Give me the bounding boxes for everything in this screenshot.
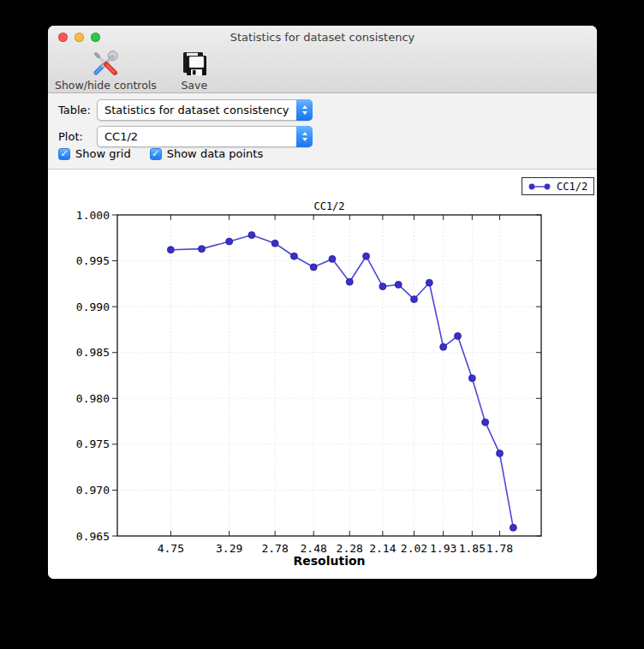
- x-tick-label: 1.93: [430, 542, 456, 555]
- chart-legend: CC1/2: [522, 177, 594, 195]
- desktop-background: Statistics for dataset consistency: [0, 0, 644, 649]
- show-grid-checkbox[interactable]: ✓: [58, 148, 70, 160]
- data-point: [379, 283, 386, 290]
- data-point: [290, 253, 297, 259]
- y-tick-label: 0.995: [76, 254, 110, 267]
- show-data-points-label: Show data points: [167, 147, 264, 160]
- app-window: Statistics for dataset consistency: [48, 26, 597, 579]
- plot-label: Plot:: [58, 130, 97, 143]
- data-point: [454, 332, 461, 339]
- y-tick-label: 0.975: [76, 438, 110, 450]
- x-tick-label: 4.75: [158, 542, 184, 555]
- x-tick-label: 2.02: [401, 542, 427, 555]
- controls-panel: Table: Statistics for dataset consistenc…: [48, 93, 597, 170]
- checkbox-row: ✓ Show grid ✓ Show data points: [58, 147, 263, 160]
- dropdown-stepper-icon: [296, 126, 313, 147]
- chart-area: 1.0000.9950.9900.9850.9800.9750.9700.965…: [48, 170, 597, 579]
- data-point: [482, 419, 489, 426]
- data-point: [510, 524, 516, 531]
- data-point: [440, 343, 447, 350]
- y-tick-label: 0.965: [76, 530, 110, 543]
- dropdown-stepper-icon: [296, 99, 313, 121]
- table-row: Table: Statistics for dataset consistenc…: [58, 99, 313, 121]
- data-point: [426, 279, 432, 286]
- plot-frame: [117, 215, 541, 536]
- titlebar[interactable]: Statistics for dataset consistency: [48, 26, 597, 50]
- x-axis-label: Resolution: [293, 554, 365, 568]
- y-tick-label: 0.980: [76, 392, 110, 405]
- show-hide-controls-button[interactable]: Show/hide controls: [55, 50, 157, 92]
- show-hide-controls-label: Show/hide controls: [55, 79, 157, 92]
- window-chrome: Statistics for dataset consistency: [48, 26, 597, 93]
- data-point: [363, 253, 370, 259]
- series-line: [170, 235, 513, 528]
- save-label: Save: [181, 79, 207, 92]
- show-data-points-checkbox[interactable]: ✓: [150, 148, 162, 160]
- data-point: [199, 246, 206, 253]
- toolbar: Show/hide controls: [55, 50, 210, 93]
- data-point: [346, 278, 353, 285]
- y-tick-label: 0.990: [76, 301, 110, 313]
- x-tick-label: 3.29: [216, 542, 242, 555]
- data-point: [248, 232, 255, 239]
- table-label: Table:: [58, 104, 97, 116]
- legend-label: CC1/2: [557, 181, 587, 193]
- x-tick-label: 1.85: [459, 542, 486, 555]
- y-tick-label: 1.000: [76, 209, 110, 222]
- table-dropdown-value: Statistics for dataset consistency: [98, 104, 296, 116]
- x-tick-label: 2.48: [301, 542, 327, 555]
- save-button[interactable]: Save: [179, 50, 210, 92]
- plot-dropdown[interactable]: CC1/2: [97, 126, 313, 147]
- show-data-points-option[interactable]: ✓ Show data points: [150, 147, 264, 160]
- data-point: [329, 255, 336, 262]
- x-tick-label: 2.28: [337, 542, 363, 555]
- floppy-disk-icon: [179, 50, 210, 78]
- data-point: [310, 264, 317, 271]
- data-point: [226, 238, 233, 245]
- data-point: [167, 247, 174, 253]
- cc-half-line-chart: 1.0000.9950.9900.9850.9800.9750.9700.965…: [48, 170, 597, 579]
- window-title: Statistics for dataset consistency: [48, 31, 597, 44]
- data-point: [411, 296, 418, 303]
- data-point: [468, 375, 475, 382]
- y-tick-label: 0.970: [76, 484, 110, 497]
- plot-dropdown-value: CC1/2: [98, 130, 296, 143]
- show-grid-option[interactable]: ✓ Show grid: [58, 147, 131, 160]
- data-point: [271, 240, 278, 247]
- y-tick-label: 0.985: [76, 346, 110, 359]
- data-point: [496, 450, 503, 457]
- show-grid-label: Show grid: [75, 147, 131, 160]
- x-tick-label: 2.14: [369, 542, 396, 555]
- x-tick-label: 1.78: [486, 542, 513, 555]
- plot-row: Plot: CC1/2: [58, 126, 313, 147]
- data-point: [395, 281, 402, 288]
- x-tick-label: 2.78: [261, 542, 288, 555]
- table-dropdown[interactable]: Statistics for dataset consistency: [97, 99, 313, 121]
- chart-title: CC1/2: [313, 200, 344, 212]
- legend-line-sample: [528, 182, 552, 191]
- tools-icon: [90, 50, 121, 78]
